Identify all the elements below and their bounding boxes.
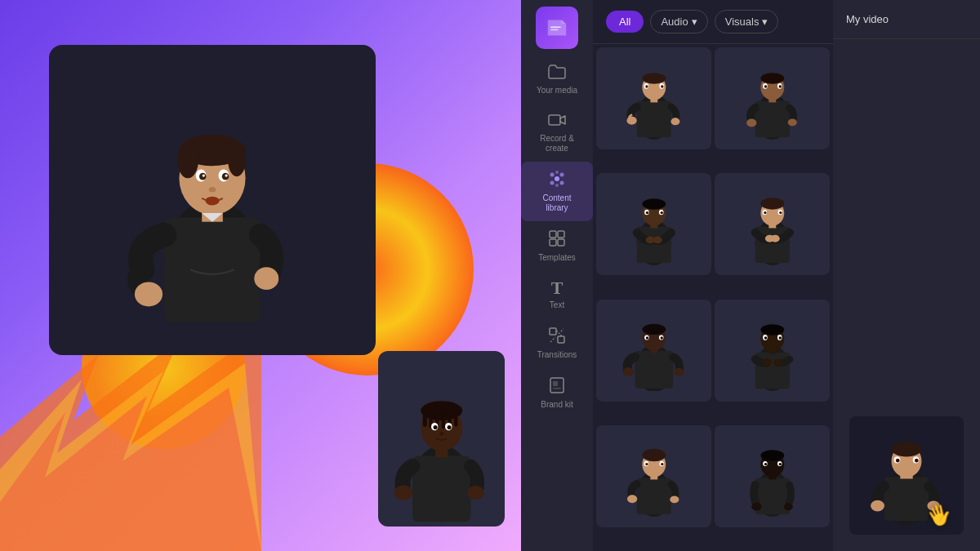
svg-point-102	[642, 324, 666, 335]
my-video-panel: My video �	[833, 0, 980, 551]
my-video-content: 🖐	[833, 39, 980, 551]
avatar-thumbnail-1	[617, 58, 692, 140]
svg-rect-46	[558, 231, 564, 238]
svg-point-128	[661, 463, 663, 465]
filter-all-button[interactable]: All	[606, 11, 644, 33]
svg-rect-66	[755, 100, 789, 136]
svg-point-6	[228, 145, 245, 176]
svg-point-146	[892, 442, 922, 456]
sidebar-item-content-library[interactable]: Content library	[521, 162, 593, 221]
svg-point-127	[645, 463, 648, 465]
main-avatar-figure	[90, 60, 335, 340]
svg-point-80	[642, 198, 666, 209]
svg-point-58	[642, 73, 666, 83]
svg-point-43	[555, 171, 559, 174]
svg-rect-121	[636, 478, 670, 514]
content-library-icon	[548, 170, 566, 190]
sidebar-item-brand-kit[interactable]: Brand kit	[521, 368, 593, 418]
svg-rect-37	[549, 115, 560, 125]
main-content: All Audio ▾ Visuals ▾	[593, 0, 833, 551]
avatar-thumbnail-5	[617, 309, 692, 391]
chevron-down-icon: ▾	[762, 16, 768, 28]
svg-rect-1	[164, 217, 261, 322]
svg-point-39	[550, 173, 555, 177]
grid-cell-6[interactable]	[715, 300, 830, 402]
text-icon: T	[551, 279, 564, 297]
brand-icon	[549, 376, 565, 397]
svg-point-124	[642, 449, 666, 462]
avatar-thumbnail-7	[617, 435, 692, 517]
filter-visuals-button[interactable]: Visuals ▾	[715, 10, 779, 33]
small-avatar-card	[378, 351, 505, 527]
svg-rect-55	[636, 100, 670, 136]
svg-point-15	[135, 282, 163, 306]
avatar-thumbnail-4	[735, 184, 810, 265]
grid-cell-7[interactable]	[596, 425, 711, 527]
svg-point-41	[550, 181, 555, 185]
small-avatar-figure	[385, 355, 499, 522]
svg-point-42	[560, 181, 564, 185]
grid-cell-4[interactable]	[715, 173, 830, 275]
svg-rect-18	[412, 456, 470, 522]
svg-point-12	[225, 174, 227, 176]
avatar-thumbnail-8	[735, 435, 810, 517]
svg-point-84	[660, 211, 662, 214]
sidebar-label-content-library: Content library	[542, 193, 571, 213]
svg-point-117	[778, 336, 781, 339]
svg-rect-49	[550, 328, 556, 335]
svg-point-61	[645, 85, 648, 87]
svg-point-30	[433, 425, 437, 429]
svg-point-62	[661, 85, 663, 87]
sidebar-label-record: Record & create	[540, 134, 574, 153]
svg-point-64	[670, 118, 679, 125]
record-icon	[548, 112, 566, 131]
svg-rect-35	[550, 26, 561, 28]
svg-point-83	[645, 211, 648, 214]
svg-point-13	[209, 187, 216, 192]
sidebar-item-record-create[interactable]: Record & create	[521, 104, 593, 162]
grid-cell-3[interactable]	[596, 173, 711, 275]
svg-rect-36	[550, 29, 559, 31]
svg-point-5	[177, 144, 198, 179]
sidebar-item-text[interactable]: T Text	[521, 271, 593, 318]
svg-point-106	[660, 336, 662, 339]
svg-rect-53	[553, 388, 561, 389]
app-logo[interactable]	[536, 7, 578, 49]
sidebar-item-your-media[interactable]: Your media	[521, 56, 593, 104]
chevron-down-icon: ▾	[692, 16, 697, 28]
svg-point-135	[760, 451, 784, 461]
svg-point-31	[447, 425, 451, 429]
grid-cell-1[interactable]	[596, 47, 711, 149]
sidebar-label-text: Text	[550, 300, 564, 310]
grid-cell-5[interactable]	[596, 300, 711, 402]
sidebar-item-templates[interactable]: Templates	[521, 221, 593, 271]
svg-point-107	[622, 367, 633, 376]
svg-point-97	[770, 235, 779, 242]
svg-point-118	[762, 359, 771, 367]
svg-point-11	[203, 174, 205, 176]
grid-cell-2[interactable]	[715, 47, 830, 149]
svg-point-32	[439, 432, 443, 435]
main-avatar-card	[49, 45, 376, 355]
avatar-thumbnail-2	[735, 58, 810, 140]
filter-bar: All Audio ▾ Visuals ▾	[593, 0, 833, 44]
sidebar-label-transitions: Transitions	[537, 350, 577, 360]
sidebar-item-transitions[interactable]: Transitions	[521, 318, 593, 368]
svg-rect-25	[442, 408, 445, 429]
svg-point-86	[653, 236, 662, 243]
svg-point-141	[783, 504, 792, 511]
svg-rect-48	[558, 239, 564, 246]
svg-point-91	[760, 198, 784, 209]
sidebar-label-your-media: Your media	[537, 86, 577, 96]
video-preview-card[interactable]: 🖐	[849, 416, 964, 535]
svg-point-113	[760, 324, 784, 335]
svg-point-75	[787, 118, 796, 126]
svg-rect-99	[635, 351, 673, 389]
grid-cell-8[interactable]	[715, 425, 830, 527]
svg-rect-77	[636, 227, 670, 263]
svg-rect-50	[558, 336, 564, 343]
svg-rect-47	[550, 239, 556, 246]
filter-audio-button[interactable]: Audio ▾	[650, 10, 707, 33]
svg-point-116	[764, 336, 766, 339]
svg-point-138	[764, 463, 766, 465]
